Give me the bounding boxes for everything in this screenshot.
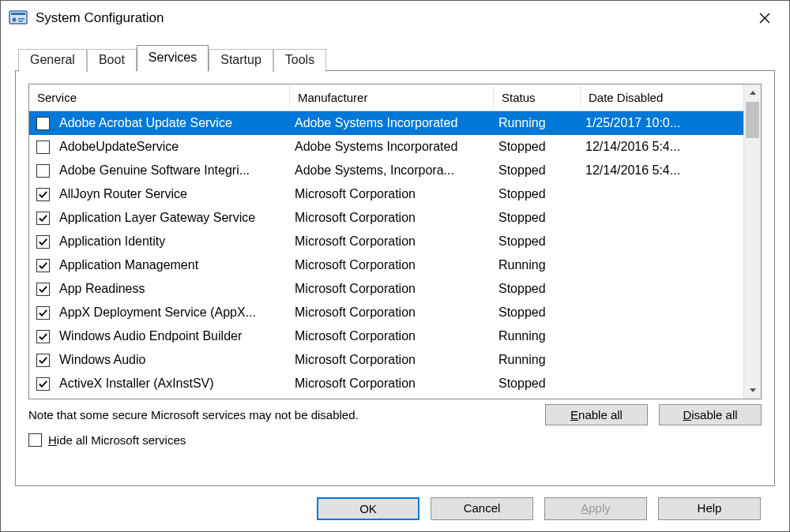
tab-tools[interactable]: Tools <box>273 49 326 72</box>
table-row[interactable]: Windows Audio Endpoint BuilderMicrosoft … <box>29 324 743 348</box>
service-status: Stopped <box>494 163 581 178</box>
service-status: Stopped <box>494 211 581 225</box>
checkbox-icon[interactable] <box>28 433 42 447</box>
service-name: AppX Deployment Service (AppX... <box>56 305 290 320</box>
tab-general[interactable]: General <box>18 49 87 72</box>
tab-startup[interactable]: Startup <box>209 49 273 72</box>
disable-all-button[interactable]: Disable all <box>659 404 762 425</box>
service-name: Windows Audio <box>56 353 290 367</box>
window-title: System Configuration <box>36 10 164 26</box>
service-status: Stopped <box>494 187 581 201</box>
table-row[interactable]: App ReadinessMicrosoft CorporationStoppe… <box>29 277 743 301</box>
row-checkbox[interactable] <box>36 235 50 249</box>
row-checkbox[interactable] <box>36 330 50 343</box>
service-manufacturer: Adobe Systems Incorporated <box>290 116 494 130</box>
table-row[interactable]: Adobe Acrobat Update ServiceAdobe System… <box>29 111 743 135</box>
scroll-track[interactable] <box>744 102 761 381</box>
service-manufacturer: Microsoft Corporation <box>290 329 494 343</box>
service-date-disabled: 1/25/2017 10:0... <box>581 116 715 130</box>
row-checkbox[interactable] <box>36 212 50 225</box>
header-status[interactable]: Status <box>494 86 581 109</box>
apply-button: Apply <box>544 497 647 520</box>
svg-rect-3 <box>18 18 24 20</box>
svg-rect-4 <box>18 21 23 22</box>
service-name: Windows Audio Endpoint Builder <box>56 329 290 343</box>
check-icon <box>38 237 48 247</box>
check-icon <box>38 332 48 342</box>
service-status: Stopped <box>494 282 581 296</box>
svg-point-2 <box>13 18 17 22</box>
tab-panel-services: Service Manufacturer Status Date Disable… <box>15 70 775 486</box>
row-checkbox[interactable] <box>36 306 50 320</box>
table-row[interactable]: Application ManagementMicrosoft Corporat… <box>29 253 743 277</box>
tabstrip: GeneralBootServicesStartupTools <box>15 45 775 71</box>
service-status: Stopped <box>494 140 581 154</box>
service-manufacturer: Adobe Systems, Incorpora... <box>290 163 494 178</box>
service-manufacturer: Microsoft Corporation <box>290 305 494 320</box>
table-row[interactable]: Application IdentityMicrosoft Corporatio… <box>29 230 743 253</box>
service-date-disabled: 12/14/2016 5:4... <box>581 163 715 178</box>
row-checkbox[interactable] <box>36 117 50 130</box>
dialog-buttons: OK Cancel Apply Help <box>15 486 775 520</box>
row-checkbox[interactable] <box>36 354 50 367</box>
service-name: App Readiness <box>56 282 290 296</box>
scrollbar-vertical[interactable] <box>743 84 761 399</box>
service-manufacturer: Adobe Systems Incorporated <box>290 140 494 154</box>
hide-microsoft-checkbox[interactable]: Hide all Microsoft services <box>28 433 762 447</box>
ok-button[interactable]: OK <box>317 497 419 520</box>
table-row[interactable]: AllJoyn Router ServiceMicrosoft Corporat… <box>29 182 743 206</box>
scroll-up-icon[interactable] <box>744 84 761 102</box>
header-date-disabled[interactable]: Date Disabled <box>581 86 715 109</box>
row-checkbox[interactable] <box>36 283 50 296</box>
row-checkbox[interactable] <box>36 140 50 154</box>
service-manufacturer: Microsoft Corporation <box>290 353 494 367</box>
list-header: Service Manufacturer Status Date Disable… <box>29 84 743 111</box>
row-checkbox[interactable] <box>36 377 50 391</box>
header-service[interactable]: Service <box>29 86 290 109</box>
service-manufacturer: Microsoft Corporation <box>290 187 494 201</box>
service-manufacturer: Microsoft Corporation <box>290 211 494 225</box>
list-rows: Adobe Acrobat Update ServiceAdobe System… <box>29 111 743 399</box>
service-status: Stopped <box>494 305 581 320</box>
table-row[interactable]: AppX Deployment Service (AppX...Microsof… <box>29 301 743 324</box>
service-manufacturer: Microsoft Corporation <box>290 377 494 391</box>
check-icon <box>38 189 48 200</box>
service-status: Running <box>494 329 581 343</box>
check-icon <box>38 308 48 318</box>
close-button[interactable] <box>745 1 784 36</box>
check-icon <box>38 213 48 223</box>
service-manufacturer: Microsoft Corporation <box>290 234 494 249</box>
client-area: GeneralBootServicesStartupTools Service … <box>1 36 789 531</box>
service-status: Running <box>494 353 581 367</box>
service-date-disabled: 12/14/2016 5:4... <box>581 140 715 154</box>
service-name: Application Layer Gateway Service <box>56 211 290 225</box>
service-name: Adobe Acrobat Update Service <box>56 116 290 130</box>
service-name: ActiveX Installer (AxInstSV) <box>56 377 290 391</box>
header-manufacturer[interactable]: Manufacturer <box>290 86 494 109</box>
table-row[interactable]: ActiveX Installer (AxInstSV)Microsoft Co… <box>29 372 743 395</box>
table-row[interactable]: Windows AudioMicrosoft CorporationRunnin… <box>29 348 743 372</box>
table-row[interactable]: AdobeUpdateServiceAdobe Systems Incorpor… <box>29 135 743 159</box>
service-name: Application Management <box>56 258 290 272</box>
table-row[interactable]: Application Layer Gateway ServiceMicroso… <box>29 206 743 230</box>
table-row[interactable]: Adobe Genuine Software Integri...Adobe S… <box>29 159 743 182</box>
scroll-thumb[interactable] <box>746 102 759 138</box>
cancel-button[interactable]: Cancel <box>431 497 533 520</box>
service-manufacturer: Microsoft Corporation <box>290 282 494 296</box>
note-text: Note that some secure Microsoft services… <box>28 408 359 421</box>
service-status: Running <box>494 258 581 272</box>
row-checkbox[interactable] <box>36 164 50 178</box>
help-button[interactable]: Help <box>658 497 761 520</box>
row-checkbox[interactable] <box>36 188 50 201</box>
service-name: AllJoyn Router Service <box>56 187 290 201</box>
service-status: Stopped <box>494 377 581 391</box>
row-checkbox[interactable] <box>36 259 50 272</box>
scroll-down-icon[interactable] <box>744 381 761 399</box>
enable-all-button[interactable]: Enable all <box>545 404 648 425</box>
tab-services[interactable]: Services <box>137 45 209 71</box>
service-name: AdobeUpdateService <box>56 140 290 154</box>
check-icon <box>38 379 48 389</box>
service-manufacturer: Microsoft Corporation <box>290 258 494 272</box>
check-icon <box>38 355 48 365</box>
tab-boot[interactable]: Boot <box>87 49 137 72</box>
